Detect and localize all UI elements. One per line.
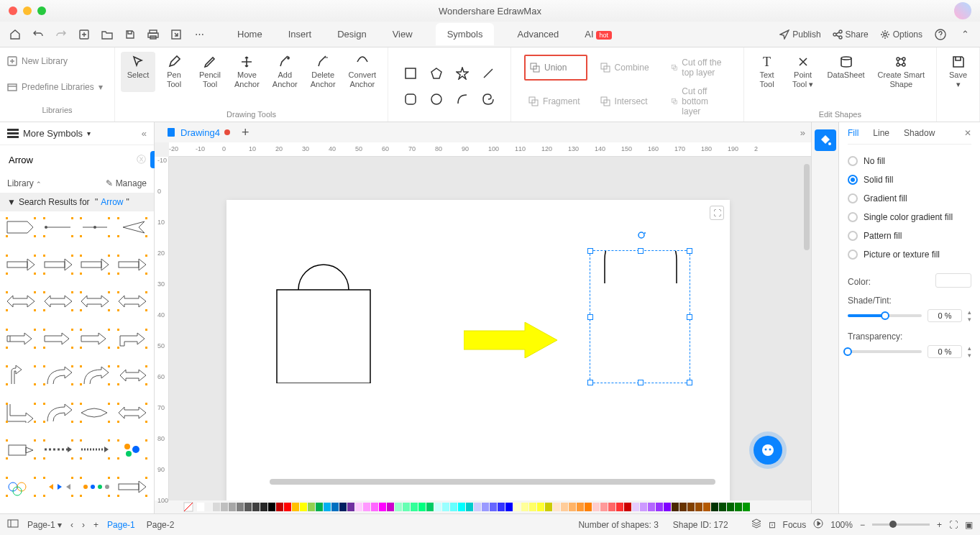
arrow-shape-item[interactable] xyxy=(80,255,110,275)
add-page-icon[interactable]: + xyxy=(93,520,99,530)
arrow-shape-item[interactable] xyxy=(6,365,36,385)
color-chip[interactable] xyxy=(482,503,489,511)
color-chip[interactable] xyxy=(237,503,244,511)
minimize-window[interactable] xyxy=(23,6,32,15)
arrow-shape-item[interactable] xyxy=(80,217,110,237)
color-chip[interactable] xyxy=(466,503,473,511)
manage-button[interactable]: ✎ Manage xyxy=(106,178,147,188)
page[interactable]: ⛶ xyxy=(226,200,730,500)
predefine-libraries-button[interactable]: Predefine Libraries▾ xyxy=(7,79,103,95)
expand-panel-icon[interactable]: » xyxy=(800,127,805,138)
fill-option[interactable]: No fill xyxy=(848,152,971,170)
fullscreen-icon[interactable]: ▣ xyxy=(965,520,973,530)
color-chip[interactable] xyxy=(679,503,687,511)
smart-shape-button[interactable]: Create Smart Shape xyxy=(872,52,930,92)
add-anchor-tool[interactable]: Add Anchor xyxy=(267,52,303,92)
color-chip[interactable] xyxy=(703,503,710,511)
convert-anchor-tool[interactable]: Convert Anchor xyxy=(343,52,383,92)
help-icon[interactable] xyxy=(934,28,947,41)
color-chip[interactable] xyxy=(537,503,544,511)
save-icon[interactable] xyxy=(124,28,137,41)
arrow-shape-item[interactable] xyxy=(6,217,36,237)
color-chip[interactable] xyxy=(411,503,418,511)
zoom-out-icon[interactable]: − xyxy=(860,520,865,530)
no-color-icon[interactable] xyxy=(183,502,193,512)
color-chip[interactable] xyxy=(213,503,220,511)
color-chip[interactable] xyxy=(687,503,695,511)
new-file-icon[interactable] xyxy=(78,28,91,41)
fill-option[interactable]: Solid fill xyxy=(848,170,971,189)
maximize-window[interactable] xyxy=(37,6,46,15)
pentagon-shape[interactable] xyxy=(426,63,447,84)
color-chip[interactable] xyxy=(371,503,378,511)
color-chip[interactable] xyxy=(695,503,702,511)
color-chip[interactable] xyxy=(656,503,663,511)
arrow-shape-item[interactable] xyxy=(6,291,36,311)
color-chip[interactable] xyxy=(387,503,394,511)
color-chip[interactable] xyxy=(450,503,457,511)
layers-icon[interactable] xyxy=(751,518,761,531)
color-chip[interactable] xyxy=(648,503,655,511)
color-chip[interactable] xyxy=(521,503,528,511)
open-icon[interactable] xyxy=(101,28,114,41)
close-window[interactable] xyxy=(9,6,17,15)
fill-option[interactable]: Gradient fill xyxy=(848,189,971,208)
fragment-button[interactable]: Fragment xyxy=(524,83,587,119)
arrow-shape-item[interactable] xyxy=(80,477,110,497)
collapse-sidebar-icon[interactable]: « xyxy=(142,128,147,139)
scrollbar-vertical[interactable] xyxy=(804,164,810,250)
tab-design[interactable]: Design xyxy=(334,23,369,45)
arrow-shape-item[interactable] xyxy=(43,329,73,349)
arrow-shape-item[interactable] xyxy=(6,477,36,497)
color-picker[interactable] xyxy=(935,273,971,288)
arrow-shape-item[interactable] xyxy=(43,217,73,237)
page-dropdown[interactable]: Page-1 ▾ xyxy=(27,520,62,530)
arrow-shape-item[interactable] xyxy=(43,365,73,385)
color-chip[interactable] xyxy=(664,503,671,511)
union-button[interactable]: Union xyxy=(524,55,587,81)
arc-shape[interactable] xyxy=(452,88,473,110)
color-chip[interactable] xyxy=(577,503,584,511)
color-chip[interactable] xyxy=(553,503,560,511)
fill-option[interactable]: Single color gradient fill xyxy=(848,208,971,227)
clear-search-icon[interactable]: ⓧ xyxy=(137,153,146,166)
arrow-shape-item[interactable] xyxy=(43,291,73,311)
point-tool[interactable]: Point Tool ▾ xyxy=(786,52,820,92)
page-tab-1[interactable]: Page-1 xyxy=(107,520,135,530)
color-chip[interactable] xyxy=(363,503,370,511)
presentation-icon[interactable] xyxy=(813,518,823,531)
color-chip[interactable] xyxy=(727,503,734,511)
arrow-shape-item[interactable] xyxy=(80,291,110,311)
more-icon[interactable]: ⋯ xyxy=(193,28,206,41)
page-tab-2[interactable]: Page-2 xyxy=(147,520,175,530)
arrow-shape-item[interactable] xyxy=(80,365,110,385)
share-button[interactable]: Share xyxy=(833,29,869,40)
arrow-shape-item[interactable] xyxy=(43,477,73,497)
shadow-tab[interactable]: Shadow xyxy=(904,128,935,138)
color-chip[interactable] xyxy=(719,503,726,511)
page-layout-icon[interactable] xyxy=(7,519,19,530)
focus-label[interactable]: Focus xyxy=(783,520,807,530)
line-tab[interactable]: Line xyxy=(873,128,889,138)
undo-icon[interactable] xyxy=(32,28,45,41)
color-chip[interactable] xyxy=(260,503,267,511)
arrow-shape-item[interactable] xyxy=(6,439,36,459)
line-shape[interactable] xyxy=(477,63,499,84)
select-tool[interactable]: Select xyxy=(121,52,155,92)
options-button[interactable]: Options xyxy=(880,29,922,40)
scrollbar-horizontal[interactable] xyxy=(270,479,715,485)
color-chip[interactable] xyxy=(403,503,410,511)
color-chip[interactable] xyxy=(426,503,434,511)
canvas[interactable]: ⛶ xyxy=(169,157,811,500)
color-chip[interactable] xyxy=(379,503,386,511)
color-chip[interactable] xyxy=(284,503,291,511)
combine-button[interactable]: Combine xyxy=(596,55,659,81)
color-chip[interactable] xyxy=(308,503,315,511)
color-chip[interactable] xyxy=(292,503,299,511)
arrow-shape-item[interactable] xyxy=(117,217,147,237)
page-fit-icon[interactable]: ⛶ xyxy=(710,206,724,220)
tab-view[interactable]: View xyxy=(390,23,416,45)
color-chip[interactable] xyxy=(197,503,204,511)
color-chip[interactable] xyxy=(300,503,307,511)
color-chip[interactable] xyxy=(276,503,283,511)
